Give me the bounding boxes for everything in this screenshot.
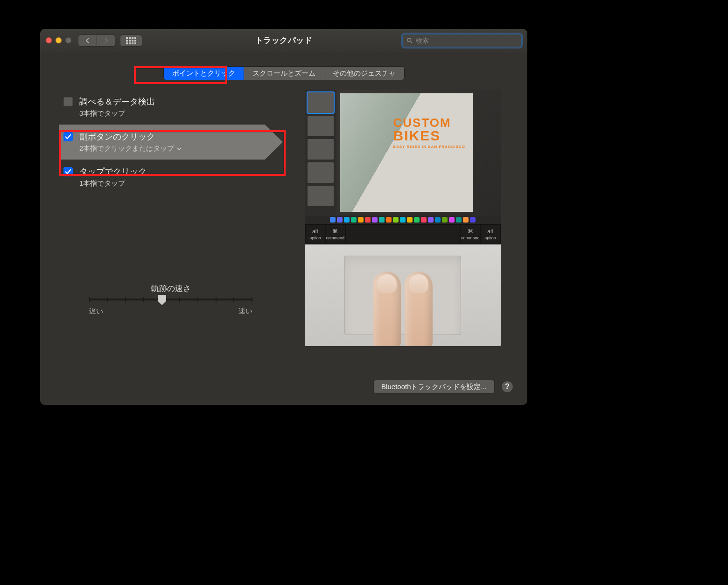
show-all-button[interactable]	[120, 35, 142, 47]
tab-more-gestures[interactable]: その他のジェスチャ	[324, 67, 404, 80]
setup-bluetooth-button[interactable]: Bluetoothトラックパッドを設定...	[373, 380, 495, 394]
back-button[interactable]	[78, 35, 97, 47]
close-window-button[interactable]	[46, 37, 52, 43]
titlebar: トラックパッド	[40, 29, 527, 52]
tab-bar: ポイントとクリック スクロールとズーム その他のジェスチャ	[40, 66, 527, 80]
search-field[interactable]	[402, 34, 522, 47]
tracking-slider[interactable]	[89, 299, 252, 300]
preview-thumb	[308, 162, 334, 183]
slider-slow-label: 遅い	[89, 307, 103, 316]
search-icon	[406, 37, 413, 44]
preview-dock	[305, 216, 501, 224]
preview-text: CUSTOM	[393, 117, 465, 129]
svg-point-0	[407, 38, 411, 42]
forward-button[interactable]	[97, 35, 115, 47]
options-list: 調べる＆データ検出 3本指でタップ 副ボタンのクリック 2本指でクリックまたはタ…	[59, 90, 283, 346]
preview-thumb	[308, 139, 334, 160]
preview-text: EASY RIDES IN SAN FRANCISCO	[393, 145, 465, 149]
key-option-right: altoption	[481, 225, 500, 244]
key-command-left: ⌘command	[326, 225, 345, 244]
preview-trackpad	[305, 244, 501, 346]
annotation-highlight	[134, 66, 227, 84]
preview-thumb	[308, 116, 334, 136]
help-button[interactable]: ?	[501, 381, 513, 393]
key-space	[346, 225, 460, 244]
option-subtitle: 1本指でタップ	[79, 179, 147, 188]
annotation-highlight	[59, 130, 286, 176]
checkbox-lookup[interactable]	[63, 97, 73, 106]
tab-label: その他のジェスチャ	[333, 69, 396, 78]
nav-buttons	[78, 35, 115, 47]
option-title: 調べる＆データ検出	[79, 96, 155, 107]
help-icon: ?	[505, 383, 510, 391]
slider-fast-label: 速い	[238, 307, 252, 316]
preview-keyboard: altoption ⌘command ⌘command altoption	[305, 224, 501, 244]
key-option-left: altoption	[306, 225, 325, 244]
tab-label: スクロールとズーム	[252, 69, 315, 78]
tab-scroll-zoom[interactable]: スクロールとズーム	[244, 67, 324, 80]
option-lookup[interactable]: 調べる＆データ検出 3本指でタップ	[59, 90, 283, 125]
window-controls	[46, 37, 71, 43]
slider-knob[interactable]	[158, 295, 166, 305]
tracking-label: 軌跡の速さ	[151, 283, 191, 294]
preview-thumb	[308, 186, 334, 206]
preview-fingers	[373, 272, 433, 346]
chevron-right-icon	[103, 38, 109, 43]
preview-screen: CUSTOM BIKES EASY RIDES IN SAN FRANCISCO	[305, 90, 501, 216]
gesture-preview: CUSTOM BIKES EASY RIDES IN SAN FRANCISCO…	[305, 90, 501, 346]
button-label: Bluetoothトラックパッドを設定...	[381, 383, 487, 391]
grid-icon	[126, 37, 136, 44]
chevron-left-icon	[85, 38, 91, 43]
zoom-window-button[interactable]	[65, 37, 71, 43]
option-subtitle: 3本指でタップ	[79, 109, 155, 118]
tracking-speed: 軌跡の速さ 遅い 速い	[59, 283, 283, 316]
preview-text: BIKES	[393, 129, 465, 143]
preview-thumb	[308, 92, 334, 113]
minimize-window-button[interactable]	[56, 37, 62, 43]
preferences-window: トラックパッド ポイントとクリック スクロールとズーム その他のジェスチャ 調べ…	[40, 29, 527, 405]
key-command-right: ⌘command	[461, 225, 480, 244]
search-input[interactable]	[416, 37, 518, 44]
